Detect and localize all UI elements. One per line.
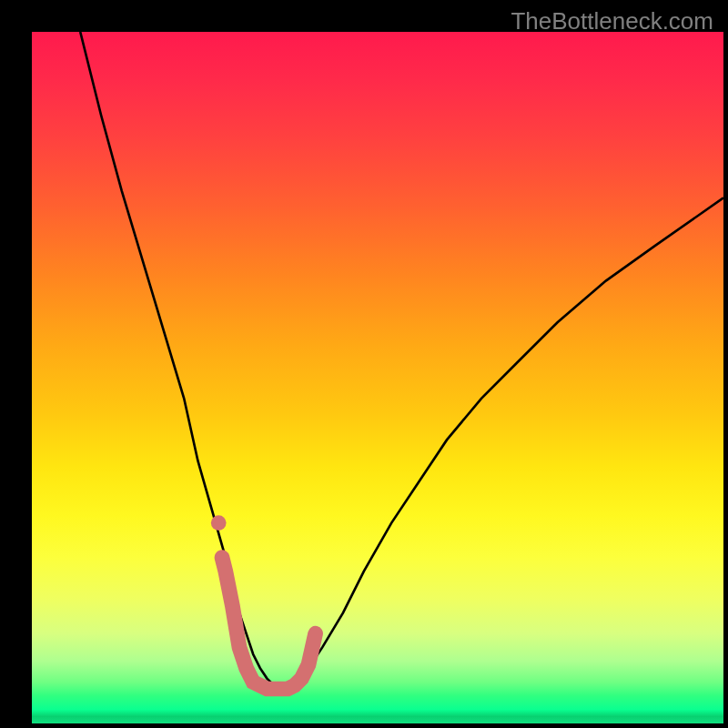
chart-canvas: TheBottleneck.com: [0, 0, 728, 728]
curve-layer: [32, 32, 723, 723]
bottleneck-curve: [80, 32, 723, 689]
highlight-dot: [211, 515, 227, 531]
highlight-band: [222, 558, 316, 689]
plot-area: [32, 32, 723, 723]
watermark-text: TheBottleneck.com: [511, 7, 713, 35]
